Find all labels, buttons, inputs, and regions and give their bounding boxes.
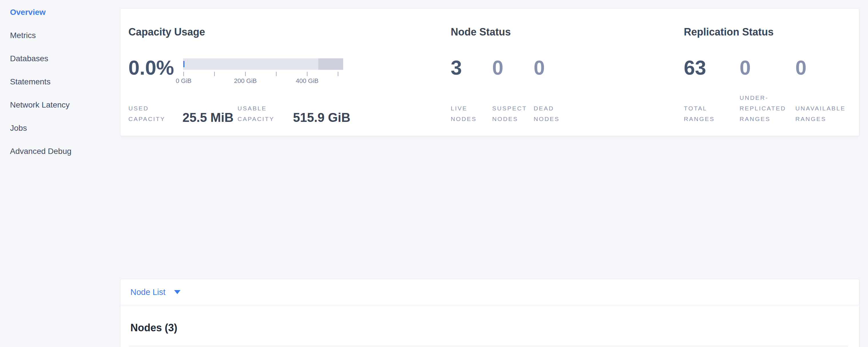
capacity-gauge-axis: 0 GiB 200 GiB 400 GiB bbox=[183, 77, 343, 86]
sidebar-item-advanced-debug[interactable]: Advanced Debug bbox=[10, 139, 120, 163]
sidebar-item-jobs[interactable]: Jobs bbox=[10, 117, 120, 139]
column-header-uptime[interactable]: UPTIME bbox=[283, 345, 358, 347]
sidebar-nav-list: Overview Metrics Databases Statements Ne… bbox=[0, 0, 120, 163]
used-capacity-label: USED CAPACITY bbox=[128, 103, 175, 124]
capacity-used-percent: 0.0% bbox=[128, 57, 174, 79]
sidebar-item-statements[interactable]: Statements bbox=[10, 70, 120, 93]
axis-label-400gib: 400 GiB bbox=[287, 77, 327, 85]
cluster-summary-card: Capacity Usage 0.0% 0 bbox=[120, 8, 860, 136]
replication-status-title: Replication Status bbox=[684, 26, 856, 38]
capacity-gauge-track bbox=[183, 58, 343, 70]
column-header-replicas[interactable]: REPLICAS bbox=[358, 345, 432, 347]
usable-capacity-label: USABLE CAPACITY bbox=[238, 103, 287, 124]
node-list-dropdown[interactable]: Node List bbox=[130, 287, 165, 297]
nodes-count-heading: Nodes (3) bbox=[130, 321, 859, 334]
column-header-cpus[interactable]: CPUS bbox=[584, 345, 647, 347]
usable-capacity-value: 515.9 GiB bbox=[293, 111, 351, 124]
sidebar-item-network-latency[interactable]: Network Latency bbox=[10, 93, 120, 117]
sidebar-item-overview[interactable]: Overview bbox=[10, 1, 120, 24]
total-ranges-value: 63 bbox=[684, 57, 740, 78]
capacity-usage-title: Capacity Usage bbox=[128, 26, 446, 38]
capacity-gauge-chart: 0 GiB 200 GiB 400 GiB bbox=[183, 58, 343, 86]
capacity-gauge-ticks bbox=[183, 72, 343, 76]
admin-ui-overview-page: Overview Metrics Databases Statements Ne… bbox=[0, 0, 868, 347]
dead-nodes-label: DEAD NODES bbox=[534, 103, 575, 124]
view-selector-row: Node List bbox=[120, 279, 859, 305]
node-status-values: 3 0 0 bbox=[451, 57, 575, 78]
axis-label-200gib: 200 GiB bbox=[225, 77, 266, 85]
used-capacity-value: 25.5 MiB bbox=[183, 111, 234, 124]
nodes-table: NODES UPTIME REPLICAS CAPACITY USE MEMOR bbox=[129, 345, 848, 347]
main-content: Capacity Usage 0.0% 0 bbox=[120, 8, 860, 347]
replication-status-values: 63 0 0 bbox=[684, 57, 851, 78]
under-replicated-ranges-label: UNDER- REPLICATED RANGES bbox=[740, 92, 795, 124]
column-header-nodes[interactable]: NODES bbox=[129, 345, 283, 347]
capacity-gauge-reserved-segment bbox=[318, 58, 343, 70]
column-header-capacity-use[interactable]: CAPACITY USE bbox=[432, 345, 508, 347]
unavailable-ranges-value: 0 bbox=[795, 57, 851, 78]
unavailable-ranges-label: UNAVAILABLE RANGES bbox=[795, 103, 851, 124]
capacity-usage-values: 0.0% 0 GiB 200 GiB 400 GiB bbox=[128, 57, 343, 86]
capacity-usage-stats: USED CAPACITY 25.5 MiB USABLE CAPACITY 5… bbox=[128, 94, 350, 124]
under-replicated-ranges-value: 0 bbox=[740, 57, 795, 78]
sidebar-nav: Overview Metrics Databases Statements Ne… bbox=[0, 0, 120, 347]
column-header-status[interactable]: STATUS bbox=[713, 345, 848, 347]
column-header-version[interactable]: VERSION bbox=[647, 345, 713, 347]
node-status-labels: LIVE NODES SUSPECT NODES DEAD NODES bbox=[451, 94, 575, 124]
capacity-usage-panel: Capacity Usage 0.0% 0 bbox=[128, 26, 446, 38]
chevron-down-icon[interactable] bbox=[174, 290, 181, 294]
suspect-nodes-label: SUSPECT NODES bbox=[492, 103, 534, 124]
suspect-nodes-value: 0 bbox=[492, 57, 534, 78]
live-nodes-value: 3 bbox=[451, 57, 492, 78]
axis-label-0gib: 0 GiB bbox=[163, 77, 204, 85]
sidebar-item-databases[interactable]: Databases bbox=[10, 47, 120, 70]
replication-status-labels: TOTAL RANGES UNDER- REPLICATED RANGES UN… bbox=[684, 94, 851, 124]
capacity-gauge-used-marker bbox=[183, 61, 184, 67]
node-list-card: Node List Nodes (3) NODES UPTIME bbox=[120, 279, 860, 347]
live-nodes-label: LIVE NODES bbox=[451, 103, 492, 124]
sidebar-item-metrics[interactable]: Metrics bbox=[10, 24, 120, 47]
nodes-table-header-row: NODES UPTIME REPLICAS CAPACITY USE MEMOR bbox=[129, 345, 848, 347]
total-ranges-label: TOTAL RANGES bbox=[684, 103, 740, 124]
replication-status-panel: Replication Status 63 0 0 TOTAL RANGES U… bbox=[684, 26, 856, 38]
column-header-memory-use[interactable]: MEMORY USE bbox=[508, 345, 584, 347]
dead-nodes-value: 0 bbox=[534, 57, 575, 78]
node-status-panel: Node Status 3 0 0 LIVE NODES SUSPECT NOD… bbox=[451, 26, 668, 38]
node-status-title: Node Status bbox=[451, 26, 668, 38]
